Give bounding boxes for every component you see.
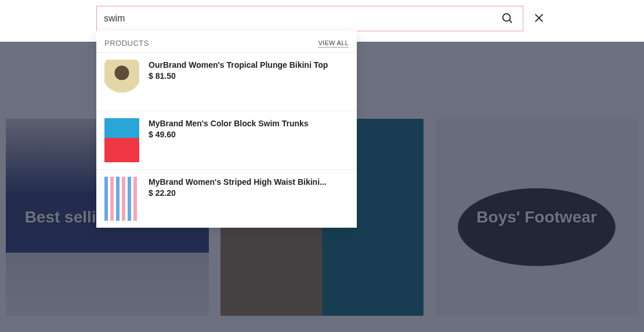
search-icon	[501, 17, 513, 26]
product-price: $ 49.60	[149, 130, 309, 139]
autocomplete-item[interactable]: MyBrand Men's Color Block Swim Trunks $ …	[96, 111, 357, 169]
search-autocomplete-panel: PRODUCTS VIEW ALL OurBrand Women's Tropi…	[96, 31, 357, 228]
autocomplete-item[interactable]: MyBrand Women's Striped High Waist Bikin…	[96, 169, 357, 228]
autocomplete-view-all-link[interactable]: VIEW ALL	[318, 39, 349, 48]
product-thumbnail	[104, 60, 139, 104]
search-input-wrap[interactable]	[96, 6, 523, 31]
product-info: OurBrand Women's Tropical Plunge Bikini …	[149, 60, 328, 104]
svg-line-1	[509, 20, 512, 23]
autocomplete-item[interactable]: OurBrand Women's Tropical Plunge Bikini …	[96, 52, 357, 111]
autocomplete-section-title: PRODUCTS	[104, 39, 149, 48]
product-name: MyBrand Women's Striped High Waist Bikin…	[149, 177, 327, 187]
product-name: OurBrand Women's Tropical Plunge Bikini …	[149, 60, 328, 70]
svg-point-0	[503, 13, 511, 21]
autocomplete-header: PRODUCTS VIEW ALL	[96, 31, 357, 52]
product-info: MyBrand Women's Striped High Waist Bikin…	[149, 177, 327, 221]
product-name: MyBrand Men's Color Block Swim Trunks	[149, 118, 309, 129]
search-submit-button[interactable]	[498, 9, 516, 28]
product-price: $ 22.20	[149, 188, 327, 198]
product-thumbnail	[104, 118, 139, 162]
product-info: MyBrand Men's Color Block Swim Trunks $ …	[149, 118, 309, 162]
search-input[interactable]	[104, 13, 498, 24]
search-close-button[interactable]	[530, 9, 548, 28]
product-price: $ 81.50	[149, 71, 328, 81]
product-thumbnail	[104, 177, 139, 221]
close-icon	[533, 17, 545, 26]
